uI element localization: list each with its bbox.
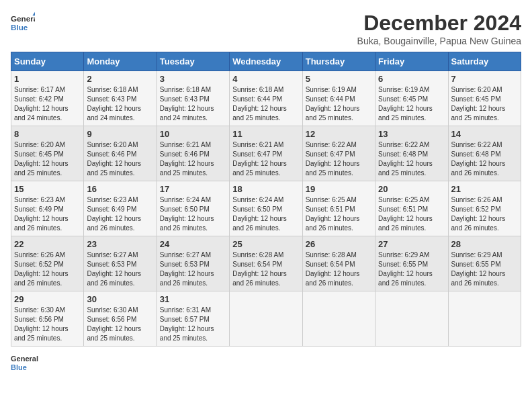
table-row: 5 Sunrise: 6:19 AM Sunset: 6:44 PM Dayli…: [302, 71, 375, 126]
day-info: Sunrise: 6:20 AM Sunset: 6:45 PM Dayligh…: [14, 140, 81, 178]
day-info: Sunrise: 6:28 AM Sunset: 6:54 PM Dayligh…: [306, 250, 372, 288]
day-info: Sunrise: 6:25 AM Sunset: 6:51 PM Dayligh…: [306, 195, 372, 233]
logo-bottom: General Blue: [11, 352, 44, 372]
table-row: 12 Sunrise: 6:22 AM Sunset: 6:47 PM Dayl…: [302, 126, 375, 181]
day-info: Sunrise: 6:26 AM Sunset: 6:52 PM Dayligh…: [14, 250, 81, 288]
calendar-week-1: 1 Sunrise: 6:17 AM Sunset: 6:42 PM Dayli…: [11, 71, 521, 126]
table-row: 20 Sunrise: 6:25 AM Sunset: 6:51 PM Dayl…: [375, 181, 448, 236]
col-friday: Friday: [375, 52, 448, 71]
table-row: 27 Sunrise: 6:29 AM Sunset: 6:55 PM Dayl…: [375, 236, 448, 291]
table-row: 16 Sunrise: 6:23 AM Sunset: 6:49 PM Dayl…: [84, 181, 157, 236]
day-number: 12: [306, 129, 372, 139]
svg-text:General: General: [11, 355, 38, 363]
header-row: Sunday Monday Tuesday Wednesday Thursday…: [11, 52, 521, 71]
col-sunday: Sunday: [11, 52, 84, 71]
table-row: 28 Sunrise: 6:29 AM Sunset: 6:55 PM Dayl…: [448, 236, 521, 291]
day-number: 1: [14, 74, 81, 84]
svg-text:Blue: Blue: [11, 363, 27, 371]
day-number: 2: [87, 74, 153, 84]
day-number: 5: [306, 74, 372, 84]
table-row: 29 Sunrise: 6:30 AM Sunset: 6:56 PM Dayl…: [11, 291, 84, 347]
table-row: 10 Sunrise: 6:21 AM Sunset: 6:46 PM Dayl…: [157, 126, 229, 181]
day-number: 11: [232, 129, 299, 139]
day-number: 23: [87, 239, 153, 249]
day-info: Sunrise: 6:21 AM Sunset: 6:46 PM Dayligh…: [160, 140, 226, 178]
day-number: 31: [160, 294, 226, 304]
table-row: 23 Sunrise: 6:27 AM Sunset: 6:53 PM Dayl…: [84, 236, 157, 291]
calendar-header: Sunday Monday Tuesday Wednesday Thursday…: [11, 52, 521, 71]
day-info: Sunrise: 6:20 AM Sunset: 6:46 PM Dayligh…: [87, 140, 153, 178]
day-info: Sunrise: 6:22 AM Sunset: 6:47 PM Dayligh…: [306, 140, 372, 178]
table-row: 31 Sunrise: 6:31 AM Sunset: 6:57 PM Dayl…: [157, 291, 229, 347]
calendar-body: 1 Sunrise: 6:17 AM Sunset: 6:42 PM Dayli…: [11, 71, 521, 347]
table-row: 18 Sunrise: 6:24 AM Sunset: 6:50 PM Dayl…: [230, 181, 302, 236]
day-number: 13: [378, 129, 445, 139]
day-info: Sunrise: 6:22 AM Sunset: 6:48 PM Dayligh…: [378, 140, 445, 178]
table-row: 17 Sunrise: 6:24 AM Sunset: 6:50 PM Dayl…: [157, 181, 229, 236]
table-row: 7 Sunrise: 6:20 AM Sunset: 6:45 PM Dayli…: [448, 71, 521, 126]
table-row: 15 Sunrise: 6:23 AM Sunset: 6:49 PM Dayl…: [11, 181, 84, 236]
day-info: Sunrise: 6:23 AM Sunset: 6:49 PM Dayligh…: [14, 195, 81, 233]
day-number: 18: [232, 184, 299, 194]
table-row: 13 Sunrise: 6:22 AM Sunset: 6:48 PM Dayl…: [375, 126, 448, 181]
table-row: 30 Sunrise: 6:30 AM Sunset: 6:56 PM Dayl…: [84, 291, 157, 347]
day-number: 8: [14, 129, 81, 139]
day-info: Sunrise: 6:18 AM Sunset: 6:43 PM Dayligh…: [160, 85, 226, 123]
calendar-week-5: 29 Sunrise: 6:30 AM Sunset: 6:56 PM Dayl…: [11, 291, 521, 347]
calendar-week-3: 15 Sunrise: 6:23 AM Sunset: 6:49 PM Dayl…: [11, 181, 521, 236]
day-number: 26: [306, 239, 372, 249]
day-number: 27: [378, 239, 445, 249]
day-number: 28: [451, 239, 518, 249]
day-number: 6: [378, 74, 445, 84]
logo: General Blue: [11, 11, 78, 35]
day-number: 22: [14, 239, 81, 249]
day-info: Sunrise: 6:17 AM Sunset: 6:42 PM Dayligh…: [14, 85, 81, 123]
table-row: 1 Sunrise: 6:17 AM Sunset: 6:42 PM Dayli…: [11, 71, 84, 126]
col-tuesday: Tuesday: [157, 52, 229, 71]
calendar-week-2: 8 Sunrise: 6:20 AM Sunset: 6:45 PM Dayli…: [11, 126, 521, 181]
day-info: Sunrise: 6:31 AM Sunset: 6:57 PM Dayligh…: [160, 306, 226, 343]
table-row: 19 Sunrise: 6:25 AM Sunset: 6:51 PM Dayl…: [302, 181, 375, 236]
day-number: 25: [232, 239, 299, 249]
day-number: 30: [87, 294, 153, 304]
day-info: Sunrise: 6:29 AM Sunset: 6:55 PM Dayligh…: [451, 250, 518, 288]
table-row: [448, 291, 521, 347]
table-row: 2 Sunrise: 6:18 AM Sunset: 6:43 PM Dayli…: [84, 71, 157, 126]
svg-text:General: General: [11, 14, 35, 23]
day-info: Sunrise: 6:19 AM Sunset: 6:45 PM Dayligh…: [378, 85, 445, 123]
page-subtitle: Buka, Bougainville, Papua New Guinea: [357, 36, 521, 46]
day-number: 9: [87, 129, 153, 139]
day-info: Sunrise: 6:27 AM Sunset: 6:53 PM Dayligh…: [87, 250, 153, 288]
day-number: 3: [160, 74, 226, 84]
table-row: 21 Sunrise: 6:26 AM Sunset: 6:52 PM Dayl…: [448, 181, 521, 236]
page-title: December 2024: [357, 11, 521, 36]
day-info: Sunrise: 6:24 AM Sunset: 6:50 PM Dayligh…: [160, 195, 226, 233]
table-row: 24 Sunrise: 6:27 AM Sunset: 6:53 PM Dayl…: [157, 236, 229, 291]
day-number: 4: [232, 74, 299, 84]
day-number: 24: [160, 239, 226, 249]
calendar-table: Sunday Monday Tuesday Wednesday Thursday…: [11, 52, 521, 347]
day-info: Sunrise: 6:18 AM Sunset: 6:43 PM Dayligh…: [87, 85, 153, 123]
logo-icon: General Blue: [11, 11, 35, 35]
title-area: December 2024 Buka, Bougainville, Papua …: [357, 11, 521, 46]
day-number: 19: [306, 184, 372, 194]
day-info: Sunrise: 6:23 AM Sunset: 6:49 PM Dayligh…: [87, 195, 153, 233]
day-info: Sunrise: 6:26 AM Sunset: 6:52 PM Dayligh…: [451, 195, 518, 233]
day-number: 29: [14, 294, 81, 304]
table-row: 8 Sunrise: 6:20 AM Sunset: 6:45 PM Dayli…: [11, 126, 84, 181]
day-info: Sunrise: 6:22 AM Sunset: 6:48 PM Dayligh…: [451, 140, 518, 178]
col-saturday: Saturday: [448, 52, 521, 71]
day-number: 16: [87, 184, 153, 194]
day-info: Sunrise: 6:20 AM Sunset: 6:45 PM Dayligh…: [451, 85, 518, 123]
day-info: Sunrise: 6:25 AM Sunset: 6:51 PM Dayligh…: [378, 195, 445, 233]
svg-text:Blue: Blue: [11, 23, 28, 32]
table-row: [375, 291, 448, 347]
table-row: 14 Sunrise: 6:22 AM Sunset: 6:48 PM Dayl…: [448, 126, 521, 181]
day-number: 14: [451, 129, 518, 139]
table-row: [230, 291, 302, 347]
page-header: General Blue December 2024 Buka, Bougain…: [11, 11, 521, 46]
day-info: Sunrise: 6:18 AM Sunset: 6:44 PM Dayligh…: [232, 85, 299, 123]
day-number: 7: [451, 74, 518, 84]
day-number: 17: [160, 184, 226, 194]
day-info: Sunrise: 6:27 AM Sunset: 6:53 PM Dayligh…: [160, 250, 226, 288]
